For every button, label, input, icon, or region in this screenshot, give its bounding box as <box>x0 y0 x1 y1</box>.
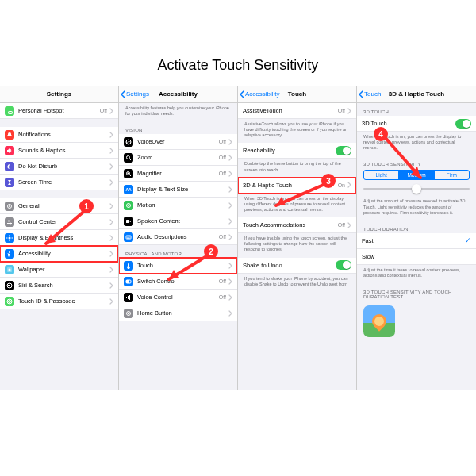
row-caption: AssistiveTouch allows you to use your iP… <box>238 119 356 143</box>
svg-point-19 <box>127 155 130 159</box>
row-screen-time[interactable]: Screen Time <box>0 175 118 190</box>
row-label: Notifications <box>18 131 109 138</box>
step-badge-4: 4 <box>374 127 388 141</box>
row-label: Do Not Disturb <box>18 163 109 170</box>
row-label: Touch Accommodations <box>243 221 338 228</box>
navbar-haptic: Touch 3D & Haptic Touch <box>357 86 476 103</box>
navbar-touch: Accessibility Touch <box>238 86 356 103</box>
row-label: Display & Text Size <box>137 186 228 193</box>
caption-duration: Adjust the time it takes to reveal conte… <box>357 265 476 283</box>
row-value: On <box>338 182 345 188</box>
chevron-right-icon <box>109 163 113 170</box>
row-label: Personal Hotspot <box>18 107 100 114</box>
page-title: Activate Touch Sensitivity <box>0 57 476 74</box>
row-audio-descriptions[interactable]: ADAudio DescriptionsOff <box>119 229 237 245</box>
row-zoom[interactable]: ZoomOff <box>119 150 237 166</box>
sun-icon <box>5 233 14 243</box>
row-wallpaper[interactable]: Wallpaper <box>0 262 118 278</box>
svg-rect-28 <box>126 220 129 223</box>
row-touch-accommodations[interactable]: Touch AccommodationsOff <box>238 217 356 233</box>
row-slow[interactable]: Slow <box>357 249 476 265</box>
svg-rect-34 <box>128 296 129 299</box>
row-shake-to-undo[interactable]: Shake to Undo <box>238 258 356 274</box>
row-reachability[interactable]: Reachability <box>238 143 356 159</box>
row-sounds-haptics[interactable]: Sounds & Haptics <box>0 143 118 159</box>
step-badge-1: 1 <box>79 199 94 213</box>
row-notifications[interactable]: Notifications <box>0 127 118 143</box>
row-caption: If you tend to shake your iPhone by acci… <box>238 274 356 292</box>
row-touch-id-passcode[interactable]: Touch ID & Passcode <box>0 294 118 309</box>
row-label: Siri & Search <box>18 282 109 289</box>
row-label: Reachability <box>243 147 336 154</box>
row-label: Wallpaper <box>18 266 109 273</box>
chevron-right-icon <box>228 234 232 240</box>
sound-icon <box>5 146 14 155</box>
row-value: Off <box>219 171 226 176</box>
svg-point-16 <box>9 300 11 302</box>
hb-icon <box>124 309 133 318</box>
row-spoken-content[interactable]: Spoken Content <box>119 213 237 229</box>
row-label: AssistiveTouch <box>243 107 338 114</box>
step-badge-2: 2 <box>204 244 218 259</box>
svg-point-27 <box>128 205 129 206</box>
toggle[interactable] <box>336 146 351 155</box>
row-display-text-size[interactable]: AADisplay & Text Size <box>119 182 237 198</box>
check-icon: ✓ <box>465 236 471 244</box>
svg-point-15 <box>7 299 12 304</box>
back-touch[interactable]: Touch <box>357 90 381 98</box>
row-value: Off <box>219 278 226 284</box>
row-label: Spoken Content <box>137 217 228 225</box>
chevron-right-icon <box>228 278 232 285</box>
chevron-right-icon <box>109 179 113 186</box>
row-siri-search[interactable]: Siri & Search <box>0 278 118 294</box>
chevron-right-icon <box>228 186 232 193</box>
row-label: Home Button <box>137 309 228 317</box>
row-do-not-disturb[interactable]: Do Not Disturb <box>0 159 118 175</box>
row-value: Off <box>338 222 345 228</box>
svg-rect-32 <box>126 280 129 283</box>
row-voiceover[interactable]: VOVoiceOverOff <box>119 134 237 150</box>
mot-icon <box>124 201 133 210</box>
row-value: Off <box>219 155 226 160</box>
row-magnifier[interactable]: MagnifierOff <box>119 166 237 182</box>
chevron-right-icon <box>109 203 113 209</box>
back-accessibility[interactable]: Accessibility <box>238 90 280 98</box>
row-voice-control[interactable]: Voice ControlOff <box>119 290 237 305</box>
chevron-right-icon <box>109 282 113 289</box>
svg-line-20 <box>129 159 131 160</box>
aud-icon: AD <box>124 232 133 242</box>
row-caption: Double-tap the home button to bring the … <box>238 159 356 177</box>
vo-icon: VO <box>124 137 133 147</box>
aa-icon: AA <box>124 185 133 194</box>
toggle[interactable] <box>336 260 351 270</box>
test-thumbnail[interactable] <box>363 305 395 337</box>
row-label: Touch ID & Passcode <box>18 298 109 305</box>
toggle-3dtouch[interactable] <box>455 119 471 129</box>
section-test: 3D TOUCH SENSITIVITY AND TOUCH DURATION … <box>357 283 476 301</box>
zoom-icon <box>124 153 133 163</box>
seg-firm[interactable]: Firm <box>434 171 469 179</box>
row-assistivetouch[interactable]: AssistiveTouchOff <box>238 103 356 119</box>
svg-text:VO: VO <box>126 140 131 144</box>
gear-icon <box>5 202 14 211</box>
back-settings[interactable]: Settings <box>119 90 149 98</box>
row-fast[interactable]: Fast✓ <box>357 233 476 249</box>
svg-rect-33 <box>126 297 127 298</box>
row-label: 3D Touch <box>362 120 455 127</box>
step-badge-3: 3 <box>321 174 336 188</box>
chevron-right-icon <box>109 219 113 225</box>
svg-rect-37 <box>128 313 129 314</box>
svg-text:AA: AA <box>125 187 132 192</box>
cc-icon <box>5 217 14 227</box>
svg-point-6 <box>9 236 11 239</box>
chevron-right-icon <box>228 139 232 145</box>
chevron-right-icon <box>347 108 351 114</box>
chevron-right-icon <box>228 263 232 269</box>
section-duration: TOUCH DURATION <box>357 221 476 233</box>
row-label: Fast <box>362 237 465 244</box>
wall-icon <box>5 265 14 274</box>
row-personal-hotspot[interactable]: Personal HotspotOff <box>0 103 118 119</box>
row-home-button[interactable]: Home Button <box>119 305 237 321</box>
svg-rect-35 <box>129 295 130 300</box>
row-motion[interactable]: Motion <box>119 198 237 213</box>
